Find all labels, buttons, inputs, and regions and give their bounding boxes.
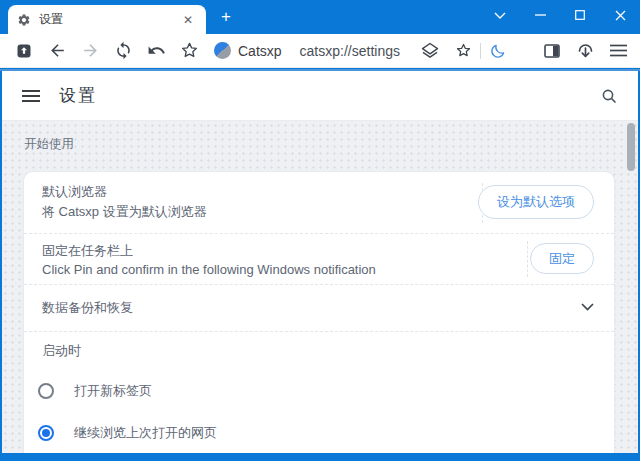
startup-option-continue[interactable]: 继续浏览上次打开的网页 [24,413,614,453]
window-chevron-icon[interactable] [480,0,520,30]
download-icon[interactable] [575,41,595,61]
row-backup-restore[interactable]: 数据备份和恢复 [24,284,614,331]
settings-page: 设置 开始使用 默认浏览器 将 Catsxp 设置为默认浏览器 设为默认选项 固… [2,71,638,453]
undo-arrow-icon[interactable] [146,41,166,61]
window-minimize-button[interactable] [520,0,560,30]
page-title: 设置 [59,84,97,107]
backup-restore-title: 数据备份和恢复 [42,299,133,317]
default-browser-title: 默认浏览器 [42,183,107,201]
toolbar-separator [480,43,481,59]
dark-mode-moon-icon[interactable] [488,41,508,61]
update-box-icon[interactable] [14,41,34,61]
pin-button[interactable]: 固定 [530,243,594,274]
tab-title: 设置 [39,11,179,28]
bookmark-star-icon[interactable] [453,41,473,61]
hamburger-menu-icon[interactable] [22,89,40,103]
scrollbar-thumb[interactable] [627,123,635,171]
refresh-sync-icon[interactable] [113,41,133,61]
window-close-button[interactable] [600,0,640,30]
sidebar-toggle-icon[interactable] [542,41,562,61]
address-bar-url[interactable]: catsxp://settings [300,43,400,59]
radio-icon[interactable] [38,383,54,399]
window-controls [480,0,640,30]
startup-title: 启动时 [42,342,81,360]
row-pin-taskbar: 固定在任务栏上 Click Pin and confirm in the fol… [24,233,614,284]
pin-taskbar-title: 固定在任务栏上 [42,242,133,260]
chevron-down-icon[interactable] [581,303,594,311]
new-tab-button[interactable]: + [214,6,238,28]
button-divider [527,241,528,277]
title-bar: 设置 ✕ + [0,0,640,34]
startup-option-new-tab[interactable]: 打开新标签页 [24,371,614,411]
window-maximize-button[interactable] [560,0,600,30]
default-browser-subtitle: 将 Catsxp 设置为默认浏览器 [42,203,207,221]
layers-script-icon[interactable] [420,41,440,61]
tab-close-icon[interactable]: ✕ [179,12,197,28]
gear-icon [17,13,31,27]
settings-header: 设置 [2,71,638,121]
set-default-button[interactable]: 设为默认选项 [478,185,594,219]
section-label: 开始使用 [24,136,74,153]
catsxp-logo [212,41,232,61]
browser-toolbar: Catsxp catsxp://settings [0,34,640,68]
forward-icon[interactable] [80,41,100,61]
browser-tab-settings[interactable]: 设置 ✕ [8,5,206,34]
back-icon[interactable] [47,41,67,61]
pin-taskbar-subtitle: Click Pin and confirm in the following W… [42,262,376,277]
radio-icon[interactable] [38,425,54,441]
menu-icon[interactable] [608,41,628,61]
settings-content: 开始使用 默认浏览器 将 Catsxp 设置为默认浏览器 设为默认选项 固定在任… [2,122,638,453]
search-icon[interactable] [600,87,618,105]
settings-card: 默认浏览器 将 Catsxp 设置为默认浏览器 设为默认选项 固定在任务栏上 C… [23,171,615,453]
row-startup: 启动时 [24,331,614,371]
radio-label: 打开新标签页 [74,382,152,400]
row-default-browser: 默认浏览器 将 Catsxp 设置为默认浏览器 设为默认选项 [24,172,614,233]
brand-name: Catsxp [238,43,282,59]
star-gesture-icon[interactable] [179,41,199,61]
radio-label: 继续浏览上次打开的网页 [74,424,217,442]
